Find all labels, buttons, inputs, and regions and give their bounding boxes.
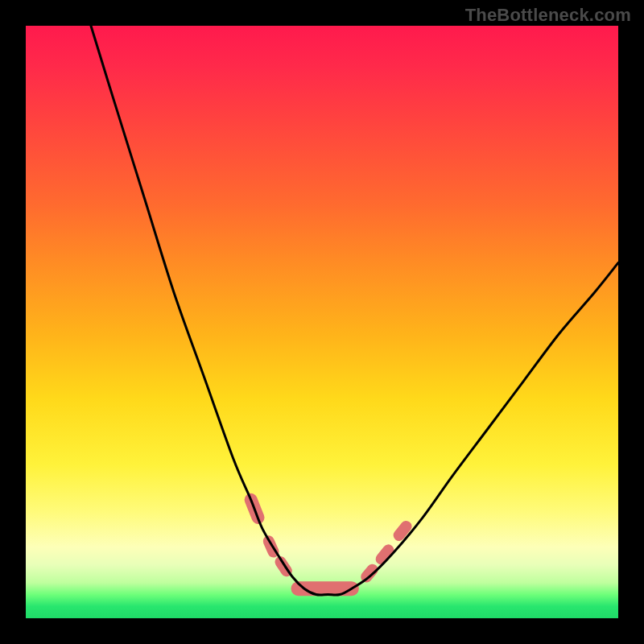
plot-area: [26, 26, 618, 618]
bottleneck-curve: [91, 26, 618, 595]
watermark-text: TheBottleneck.com: [465, 5, 631, 26]
marker-segment: [399, 526, 407, 535]
chart-frame: TheBottleneck.com: [0, 0, 644, 644]
chart-svg: [26, 26, 618, 618]
marker-layer: [251, 500, 407, 588]
